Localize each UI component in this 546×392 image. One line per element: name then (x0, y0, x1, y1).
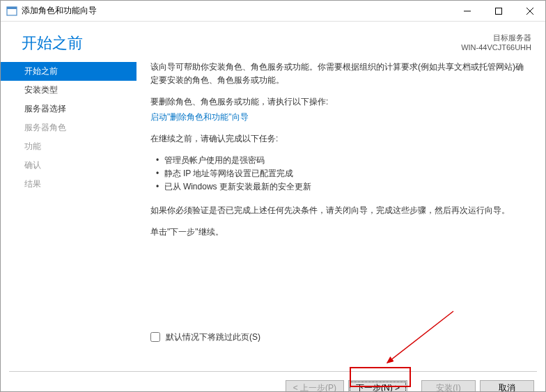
skip-page-checkbox[interactable] (150, 332, 160, 342)
intro-text: 该向导可帮助你安装角色、角色服务或功能。你需要根据组织的计算要求(例如共享文档或… (150, 61, 531, 87)
sidebar-item-confirmation: 确认 (1, 156, 136, 175)
svg-rect-3 (495, 8, 501, 14)
list-item: 已从 Windows 更新安装最新的安全更新 (156, 180, 531, 194)
target-server-name: WIN-44VCJT66UHH (461, 43, 531, 52)
window-controls (451, 1, 545, 22)
click-next-text: 单击"下一步"继续。 (150, 226, 531, 239)
sidebar-item-results: 结果 (1, 175, 136, 194)
window-title: 添加角色和功能向导 (22, 5, 97, 17)
svg-rect-1 (7, 7, 17, 9)
prerequisite-list: 管理员帐户使用的是强密码 静态 IP 地址等网络设置已配置完成 已从 Windo… (156, 154, 531, 194)
maximize-button[interactable] (483, 1, 514, 22)
sidebar-item-installation-type[interactable]: 安装类型 (1, 81, 136, 100)
install-button: 安装(I) (421, 380, 476, 392)
wizard-content: 开始之前 安装类型 服务器选择 服务器角色 功能 确认 结果 该向导可帮助你安装… (1, 61, 545, 366)
sidebar-item-server-roles: 服务器角色 (1, 118, 136, 137)
remove-instruction: 要删除角色、角色服务或功能，请执行以下操作: (150, 95, 531, 109)
target-server-label: 目标服务器 (461, 33, 531, 43)
skip-page-label-text: 默认情况下将跳过此页(S) (166, 331, 260, 344)
app-icon (6, 6, 17, 17)
remove-roles-link[interactable]: 启动"删除角色和功能"向导 (150, 111, 531, 124)
wizard-header: 开始之前 目标服务器 WIN-44VCJT66UHH (1, 22, 545, 61)
sidebar-item-features: 功能 (1, 137, 136, 156)
list-item: 静态 IP 地址等网络设置已配置完成 (156, 167, 531, 180)
verify-text: 如果你必须验证是否已完成上述任何先决条件，请关闭向导，完成这些步骤，然后再次运行… (150, 204, 531, 217)
skip-page-checkbox-label[interactable]: 默认情况下将跳过此页(S) (150, 331, 531, 344)
previous-button: < 上一步(P) (286, 380, 344, 392)
cancel-button[interactable]: 取消 (480, 380, 534, 392)
wizard-steps-sidebar: 开始之前 安装类型 服务器选择 服务器角色 功能 确认 结果 (1, 61, 136, 366)
before-continue-text: 在继续之前，请确认完成以下任务: (150, 132, 531, 146)
titlebar: 添加角色和功能向导 (1, 1, 545, 22)
wizard-footer: < 上一步(P) 下一步(N) > 安装(I) 取消 (1, 372, 545, 392)
sidebar-item-before-you-begin[interactable]: 开始之前 (1, 62, 136, 81)
main-panel: 该向导可帮助你安装角色、角色服务或功能。你需要根据组织的计算要求(例如共享文档或… (136, 61, 545, 366)
close-button[interactable] (514, 1, 545, 22)
list-item: 管理员帐户使用的是强密码 (156, 154, 531, 167)
sidebar-item-server-selection[interactable]: 服务器选择 (1, 100, 136, 118)
target-server-info: 目标服务器 WIN-44VCJT66UHH (461, 33, 531, 54)
minimize-button[interactable] (451, 1, 483, 22)
page-title: 开始之前 (22, 33, 83, 54)
next-button[interactable]: 下一步(N) > (348, 380, 407, 392)
